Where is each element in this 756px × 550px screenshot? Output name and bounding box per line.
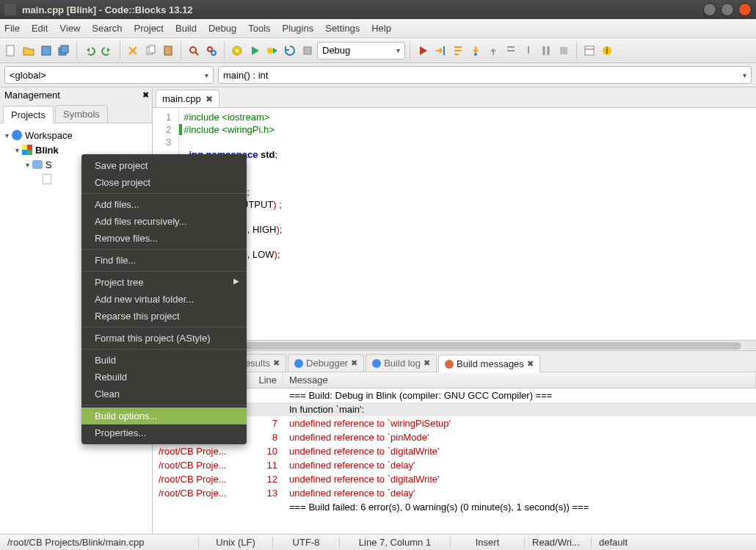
ctx-project-tree[interactable]: Project tree▶ [81,274,247,291]
undo-icon[interactable] [81,43,98,59]
menu-search[interactable]: Search [92,23,122,34]
next-instr-icon[interactable] [503,43,519,59]
editor-tab-main[interactable]: main.cpp ✖ [156,90,219,107]
debug-windows-icon[interactable] [581,43,597,59]
menu-tools[interactable]: Tools [248,23,270,34]
maximize-button[interactable] [721,3,734,16]
ctx-format-this-project-astyle[interactable]: Format this project (AStyle) [81,330,247,347]
menu-file[interactable]: File [4,23,20,34]
window-title: main.cpp [Blink] - Code::Blocks 13.12 [22,4,699,15]
replace-icon[interactable] [203,43,219,59]
svg-point-16 [474,53,477,56]
build-target-select[interactable]: Debug [317,42,405,59]
svg-line-8 [195,52,198,55]
debug-start-icon[interactable] [415,43,431,59]
stop-debug-icon[interactable] [556,43,572,59]
col-message[interactable]: Message [283,372,756,388]
scope-right-select[interactable]: main() : int [218,66,752,84]
break-icon[interactable] [538,43,554,59]
open-file-icon[interactable] [21,43,37,59]
ctx-clean[interactable]: Clean [81,386,247,402]
find-icon[interactable] [186,43,202,59]
scope-left-select[interactable]: <global> [4,66,214,84]
tab-build-log[interactable]: Build log✖ [366,354,437,372]
menu-settings[interactable]: Settings [325,23,360,34]
close-icon[interactable]: ✖ [527,359,534,369]
menu-project[interactable]: Project [134,23,164,34]
copy-icon[interactable] [142,43,159,59]
project-context-menu[interactable]: Save projectClose projectAdd files...Add… [81,154,247,444]
debugger-icon [294,359,303,368]
rebuild-icon[interactable] [282,43,298,59]
svg-point-10 [211,51,216,55]
scope-row: <global> main() : int [0,63,756,87]
tree-workspace[interactable]: ▾ Workspace [1,128,150,142]
table-row[interactable]: /root/CB Proje...10undefined reference t… [153,444,756,458]
close-button[interactable] [738,3,752,16]
build-messages-icon [445,360,454,369]
menu-build[interactable]: Build [175,23,197,34]
info-icon[interactable]: i [599,43,615,59]
tab-debugger[interactable]: Debugger✖ [288,354,364,372]
ctx-find-file[interactable]: Find file... [81,252,247,269]
tab-build-messages[interactable]: Build messages✖ [438,355,540,372]
workspace-icon [12,130,22,140]
paste-icon[interactable] [160,43,176,59]
menu-view[interactable]: View [59,23,80,34]
build-log-icon [372,359,381,368]
ctx-add-new-virtual-folder[interactable]: Add new virtual folder... [81,291,247,308]
ctx-add-files-recursively[interactable]: Add files recursively... [81,213,247,230]
build-icon[interactable] [229,43,245,59]
table-row[interactable]: /root/CB Proje...11undefined reference t… [153,458,756,472]
menu-plugins[interactable]: Plugins [283,23,314,34]
abort-icon[interactable] [299,43,316,59]
ctx-reparse-this-project[interactable]: Reparse this project [81,308,247,325]
close-icon[interactable]: ✖ [351,358,357,368]
new-file-icon[interactable] [3,43,19,59]
editor-tab-close-icon[interactable]: ✖ [206,94,213,104]
redo-icon[interactable] [99,43,115,59]
tab-symbols[interactable]: Symbols [55,105,108,123]
next-line-icon[interactable] [450,43,466,59]
save-icon[interactable] [38,43,54,59]
menu-debug[interactable]: Debug [208,23,236,34]
ctx-close-project[interactable]: Close project [81,174,247,191]
svg-point-9 [208,47,212,51]
ctx-save-project[interactable]: Save project [81,157,247,174]
menu-edit[interactable]: Edit [32,23,48,34]
run-icon[interactable] [247,43,263,59]
editor-tabs: main.cpp ✖ [153,87,756,108]
close-icon[interactable]: ✖ [424,358,430,368]
management-tabs: Projects Symbols [0,102,152,123]
build-run-icon[interactable] [264,43,280,59]
status-encoding: UTF-8 [273,537,339,548]
table-row[interactable]: === Build failed: 6 error(s), 0 warning(… [153,500,756,514]
menubar: File Edit View Search Project Build Debu… [0,19,756,38]
folder-icon [32,160,43,169]
save-all-icon[interactable] [56,43,72,59]
file-icon [43,174,51,184]
step-into-icon[interactable] [468,43,484,59]
cut-icon[interactable] [125,43,141,59]
tab-projects[interactable]: Projects [3,106,54,123]
run-to-cursor-icon[interactable] [432,43,448,59]
ctx-rebuild[interactable]: Rebuild [81,369,247,386]
management-close-icon[interactable]: ✖ [142,90,149,100]
step-into-instr-icon[interactable] [520,43,537,59]
ctx-add-files[interactable]: Add files... [81,196,247,213]
titlebar: main.cpp [Blink] - Code::Blocks 13.12 [0,0,756,19]
code-content[interactable]: #include <iostream> #include <wiringPi.h… [179,108,756,340]
table-row[interactable]: /root/CB Proje...13undefined reference t… [153,486,756,500]
status-readwrite: Read/Wri... [525,537,591,548]
ctx-properties[interactable]: Properties... [81,424,247,441]
minimize-button[interactable] [703,3,716,16]
menu-help[interactable]: Help [371,23,391,34]
step-out-icon[interactable] [485,43,501,59]
col-line[interactable]: Line [248,372,283,388]
table-row[interactable]: /root/CB Proje...12undefined reference t… [153,472,756,486]
status-insert: Insert [451,537,524,548]
ctx-build[interactable]: Build [81,352,247,369]
close-icon[interactable]: ✖ [273,358,280,368]
ctx-build-options[interactable]: Build options... [81,408,247,424]
ctx-remove-files[interactable]: Remove files... [81,230,247,247]
